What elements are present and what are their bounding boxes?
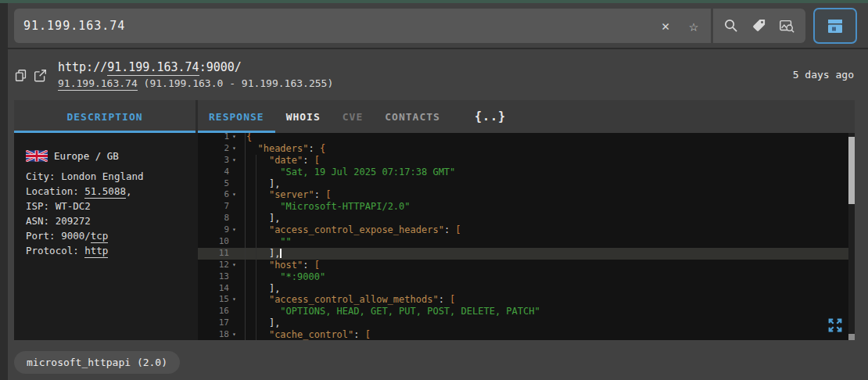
tabs: RESPONSEWHOISCVECONTACTS{..} — [198, 100, 855, 133]
fold-spacer — [229, 201, 242, 213]
description-panel: Europe / GB City: London EnglandLocation… — [14, 133, 198, 340]
last-seen-label: 5 days ago — [793, 69, 854, 81]
line-number: 6 — [198, 189, 229, 201]
code-line: 3▾ "date": [ — [198, 155, 855, 167]
fold-spacer — [229, 283, 242, 295]
searchbox-divider — [711, 9, 713, 43]
calendar-icon — [826, 16, 845, 35]
fullscreen-icon[interactable] — [827, 317, 844, 334]
description-field: ISP: WT-DC2 — [26, 199, 198, 213]
fold-arrow-icon[interactable]: ▾ — [229, 329, 242, 340]
tab-cve[interactable]: CVE — [332, 100, 374, 133]
tag-icon[interactable] — [744, 11, 773, 41]
line-number: 4 — [198, 167, 229, 178]
line-number: 8 — [198, 213, 229, 224]
fold-arrow-icon[interactable]: ▾ — [229, 189, 242, 201]
line-number: 11 — [198, 248, 229, 260]
code-line: 1▾{ — [198, 133, 855, 143]
fold-arrow-icon[interactable]: ▾ — [229, 260, 242, 271]
star-icon[interactable]: ☆ — [680, 11, 708, 41]
code-line: 16 "OPTIONS, HEAD, GET, PUT, POST, DELET… — [198, 306, 855, 317]
fold-spacer — [229, 317, 242, 329]
fold-spacer — [229, 306, 242, 317]
description-field: Protocol: http — [26, 243, 198, 258]
fold-arrow-icon[interactable]: ▾ — [229, 224, 242, 236]
code-line: 18▾ "cache_control": [ — [198, 329, 855, 340]
code-line: 8 ], — [198, 213, 855, 224]
line-number: 12 — [198, 260, 229, 271]
code-line: 9▾ "access_control_expose_headers": [ — [198, 224, 855, 236]
line-number: 7 — [198, 201, 229, 213]
field-link[interactable]: tcp — [91, 230, 109, 243]
field-link[interactable]: http — [84, 245, 108, 258]
line-number: 17 — [198, 317, 229, 329]
scrollbar-corner — [848, 334, 855, 340]
code-line: 2▾ "headers": { — [198, 143, 855, 155]
code-line: 4 "Sat, 19 Jul 2025 07:17:38 GMT" — [198, 167, 855, 178]
region-label: Europe / GB — [54, 150, 119, 162]
left-edge-strip — [0, 3, 8, 380]
code-line: 5 ], — [198, 178, 855, 190]
line-number: 5 — [198, 178, 229, 190]
field-link[interactable]: 51.5088 — [84, 185, 126, 199]
content: Europe / GB City: London EnglandLocation… — [14, 133, 855, 340]
external-link-icon[interactable] — [34, 69, 47, 82]
search-input[interactable]: 91.199.163.74 — [23, 19, 651, 33]
search-box[interactable]: 91.199.163.74 ✕ ☆ — [14, 9, 805, 43]
line-number: 14 — [198, 283, 229, 295]
description-field: Port: 9000/tcp — [26, 228, 198, 243]
copy-icon[interactable] — [14, 69, 27, 82]
fold-spacer — [229, 248, 242, 260]
line-number: 18 — [198, 329, 229, 340]
tab-whois[interactable]: WHOIS — [275, 100, 332, 133]
code-line: 14 ], — [198, 283, 855, 295]
host-url[interactable]: http://91.199.163.74:9000/ — [58, 60, 333, 74]
gb-flag-icon — [26, 150, 48, 162]
description-field: Location: 51.5088, — [26, 184, 198, 199]
code-scrollbar-thumb[interactable] — [848, 137, 855, 204]
calendar-button[interactable] — [813, 8, 857, 44]
product-badge[interactable]: microsoft_httpapi (2.0) — [14, 351, 180, 374]
description-fields: City: London EnglandLocation: 51.5088,IS… — [26, 169, 198, 258]
line-number: 16 — [198, 306, 229, 317]
clear-icon[interactable]: ✕ — [651, 11, 680, 41]
description-field: City: London England — [26, 169, 198, 184]
code-scrollbar[interactable] — [848, 133, 855, 340]
tab-response[interactable]: RESPONSE — [198, 100, 275, 133]
line-number: 10 — [198, 236, 229, 248]
code-line: 6▾ "server": [ — [198, 189, 855, 201]
tab-raw-json[interactable]: {..} — [462, 100, 518, 133]
indent-guide — [256, 155, 256, 340]
code-line: 10 "" — [198, 236, 855, 248]
topbar: 91.199.163.74 ✕ ☆ — [0, 3, 868, 49]
tab-bar: DESCRIPTION RESPONSEWHOISCVECONTACTS{..} — [14, 100, 855, 133]
image-search-icon[interactable] — [773, 11, 801, 41]
description-header: DESCRIPTION — [14, 100, 198, 133]
fold-arrow-icon[interactable]: ▾ — [229, 143, 242, 155]
host-summary-row: http://91.199.163.74:9000/ 91.199.163.74… — [0, 49, 868, 100]
fold-spacer — [229, 178, 242, 190]
code-line: 13 "*:9000" — [198, 271, 855, 283]
code-line: 17 ], — [198, 317, 855, 329]
line-number: 1 — [198, 133, 229, 143]
fold-spacer — [229, 271, 242, 283]
host-ip-link[interactable]: 91.199.163.74 — [107, 60, 199, 76]
json-response[interactable]: 1▾{2▾ "headers": {3▾ "date": [4 "Sat, 19… — [198, 133, 855, 340]
code-line: 7 "Microsoft-HTTPAPI/2.0" — [198, 201, 855, 213]
line-number: 3 — [198, 155, 229, 167]
range-ip-link[interactable]: 91.199.163.74 — [58, 77, 138, 91]
line-number: 13 — [198, 271, 229, 283]
code-line: 12▾ "host": [ — [198, 260, 855, 271]
fold-arrow-icon[interactable]: ▾ — [229, 155, 242, 167]
search-icon[interactable] — [716, 11, 744, 41]
ip-range: 91.199.163.74 (91.199.163.0 - 91.199.163… — [58, 77, 333, 89]
footer: microsoft_httpapi (2.0) — [0, 340, 868, 374]
tab-contacts[interactable]: CONTACTS — [374, 100, 451, 133]
fold-arrow-icon[interactable]: ▾ — [229, 133, 242, 143]
description-field: ASN: 209272 — [26, 213, 198, 228]
text-cursor — [280, 249, 282, 258]
response-code-panel: 1▾{2▾ "headers": {3▾ "date": [4 "Sat, 19… — [198, 133, 855, 340]
fold-spacer — [229, 167, 242, 178]
line-number: 2 — [198, 143, 229, 155]
fold-arrow-icon[interactable]: ▾ — [229, 294, 242, 306]
